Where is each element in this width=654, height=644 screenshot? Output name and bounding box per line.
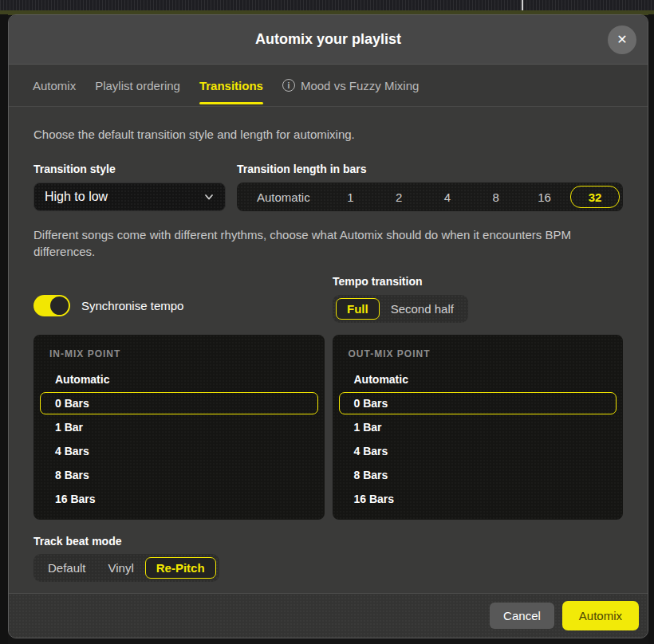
tab-label: Automix xyxy=(33,79,76,92)
in-mix-option-1-bar[interactable]: 1 Bar xyxy=(40,415,318,439)
beat-mode-option-re-pitch-selected[interactable]: Re-Pitch xyxy=(145,557,216,579)
out-mix-option-automatic[interactable]: Automatic xyxy=(339,367,617,391)
toggle-knob xyxy=(50,296,69,315)
out-mix-option-0-bars-selected[interactable]: 0 Bars xyxy=(339,392,617,414)
tempo-transition-segmented: Full Second half xyxy=(333,295,468,323)
tempo-option-second-half[interactable]: Second half xyxy=(380,298,465,320)
dialog-title: Automix your playlist xyxy=(255,31,401,48)
dialog-tab-bar: Automix Playlist ordering Transitions i … xyxy=(9,65,648,107)
in-mix-option-8-bars[interactable]: 8 Bars xyxy=(40,463,318,487)
automix-button[interactable]: Automix xyxy=(562,601,639,630)
tempo-transition-group: Tempo transition Full Second half xyxy=(333,275,468,323)
length-option-8[interactable]: 8 xyxy=(471,190,520,204)
tempo-option-full[interactable]: Full xyxy=(336,298,380,320)
automix-dialog: Automix your playlist ✕ Automix Playlist… xyxy=(8,14,648,638)
track-beat-mode-group: Track beat mode Default Vinyl Re-Pitch xyxy=(33,535,623,582)
track-beat-mode-label: Track beat mode xyxy=(33,535,623,548)
length-option-16[interactable]: 16 xyxy=(520,190,569,204)
out-mix-option-8-bars[interactable]: 8 Bars xyxy=(339,463,617,487)
in-mix-heading: IN-MIX POINT xyxy=(49,348,318,359)
synchronise-tempo-label: Synchronise tempo xyxy=(81,299,183,312)
backdrop-left xyxy=(0,14,8,644)
tab-transitions[interactable]: Transitions xyxy=(190,65,273,106)
transition-controls-row: Transition style High to low Transition … xyxy=(33,163,623,211)
close-button[interactable]: ✕ xyxy=(608,26,636,54)
tab-mood-vs-fuzzy-mixing[interactable]: i Mood vs Fuzzy Mixing xyxy=(273,65,428,106)
length-option-1[interactable]: 1 xyxy=(326,190,375,204)
cancel-button[interactable]: Cancel xyxy=(490,603,554,629)
length-option-4[interactable]: 4 xyxy=(424,190,472,204)
out-mix-option-1-bar[interactable]: 1 Bar xyxy=(339,415,617,439)
tab-playlist-ordering[interactable]: Playlist ordering xyxy=(85,65,190,106)
track-beat-mode-segmented: Default Vinyl Re-Pitch xyxy=(33,554,219,582)
in-mix-option-4-bars[interactable]: 4 Bars xyxy=(40,439,318,463)
transition-length-segmented: Automatic 1 2 4 8 16 32 xyxy=(237,183,623,211)
in-mix-option-automatic[interactable]: Automatic xyxy=(40,367,318,391)
transition-style-label: Transition style xyxy=(33,163,226,175)
transition-style-group: Transition style High to low xyxy=(33,163,226,211)
transition-style-value: High to low xyxy=(45,190,108,204)
background-playhead-marker xyxy=(522,0,523,10)
transition-length-label: Transition length in bars xyxy=(237,163,623,175)
dialog-header: Automix your playlist ✕ xyxy=(9,15,648,65)
dialog-footer: Cancel Automix xyxy=(9,593,648,638)
intro-text: Choose the default transition style and … xyxy=(33,126,623,143)
tab-label: Playlist ordering xyxy=(95,79,180,92)
out-mix-point-panel: OUT-MIX POINT Automatic 0 Bars 1 Bar 4 B… xyxy=(333,335,624,520)
mix-point-panels: IN-MIX POINT Automatic 0 Bars 1 Bar 4 Ba… xyxy=(33,335,623,520)
in-mix-option-0-bars-selected[interactable]: 0 Bars xyxy=(40,392,318,414)
transition-length-group: Transition length in bars Automatic 1 2 … xyxy=(237,163,623,211)
bpm-note-text: Different songs come with different rhyt… xyxy=(33,226,617,260)
chevron-down-icon xyxy=(203,191,215,202)
length-option-automatic[interactable]: Automatic xyxy=(237,190,326,204)
in-mix-point-panel: IN-MIX POINT Automatic 0 Bars 1 Bar 4 Ba… xyxy=(33,335,325,520)
out-mix-option-16-bars[interactable]: 16 Bars xyxy=(339,487,617,511)
length-option-32-selected[interactable]: 32 xyxy=(570,186,620,208)
info-icon: i xyxy=(282,79,295,92)
tempo-transition-label: Tempo transition xyxy=(333,275,468,288)
out-mix-heading: OUT-MIX POINT xyxy=(349,348,617,359)
length-option-2[interactable]: 2 xyxy=(375,190,424,204)
out-mix-option-4-bars[interactable]: 4 Bars xyxy=(339,439,617,463)
tab-label: Mood vs Fuzzy Mixing xyxy=(301,79,419,92)
in-mix-option-16-bars[interactable]: 16 Bars xyxy=(40,487,318,511)
tab-label: Transitions xyxy=(199,79,263,92)
backdrop-right xyxy=(648,14,654,644)
close-icon: ✕ xyxy=(617,33,627,46)
synchronise-tempo-toggle[interactable] xyxy=(33,295,70,316)
beat-mode-option-default[interactable]: Default xyxy=(37,557,97,579)
tempo-row: Synchronise tempo Tempo transition Full … xyxy=(33,275,623,323)
transition-style-select[interactable]: High to low xyxy=(33,183,226,211)
synchronise-tempo-group: Synchronise tempo xyxy=(33,295,333,323)
beat-mode-option-vinyl[interactable]: Vinyl xyxy=(97,557,145,579)
background-waveform-strip xyxy=(0,0,654,10)
dialog-body: Choose the default transition style and … xyxy=(9,126,648,582)
tab-automix[interactable]: Automix xyxy=(23,65,85,106)
